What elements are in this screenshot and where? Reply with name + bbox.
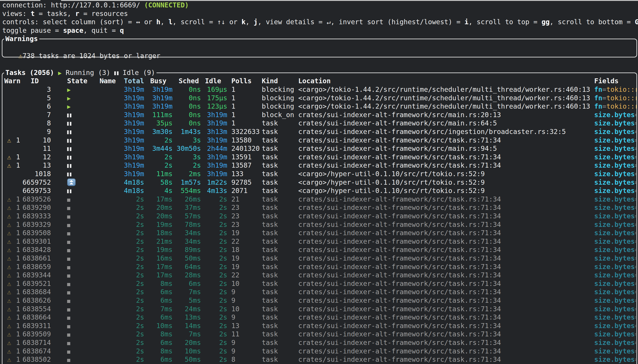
field-equals: = <box>635 111 637 119</box>
task-id: 6838664 <box>22 313 51 322</box>
task-row[interactable]: 66597534m18s4s554ms4m13s2071task<cargo>/… <box>2 186 637 195</box>
column-header-idle[interactable]: Idle <box>205 77 221 85</box>
column-header-sched[interactable]: Sched <box>179 77 199 85</box>
task-row[interactable]: ⚠︎168386612s16ms50ms2s19taskcrates/sui-i… <box>2 254 637 262</box>
task-row[interactable]: ⚠︎168386592s17ms64ms2s19taskcrates/sui-i… <box>2 262 637 271</box>
kind-cell: task <box>262 296 278 305</box>
field-key: size.bytes <box>594 280 635 288</box>
polls-cell: 9 <box>231 313 235 322</box>
task-row[interactable]: 73h19m111ms0ns3h19m1block_oncrates/sui-i… <box>2 111 637 119</box>
task-row[interactable]: ⚠︎168385022s6ms50ms2s8taskcrates/sui-ind… <box>2 355 637 364</box>
field-equals: = <box>635 356 637 363</box>
idle-cell: 2s <box>203 212 227 220</box>
sched-cell: 37ms <box>177 203 201 212</box>
warn-count: 1 <box>16 254 20 262</box>
kind-cell: task <box>262 170 278 178</box>
column-header-state[interactable]: State <box>67 77 87 85</box>
field-key: size.bytes <box>594 246 635 254</box>
tasks-table-body: 3▶3h19m3h19m0ns169µs1blocking<cargo>/tok… <box>0 85 638 364</box>
idle-cell: 2s <box>203 288 227 296</box>
idle-cell: 169µs <box>203 85 227 94</box>
task-row[interactable]: ⚠︎168395262s17ms26ms2s21taskcrates/sui-i… <box>2 195 637 204</box>
busy-cell: 11ms <box>148 170 172 178</box>
kind-cell: blocking <box>262 102 294 111</box>
task-row[interactable]: ⚠︎168384282s19ms89ms2s18taskcrates/sui-i… <box>2 246 637 254</box>
idle-cell: 2s <box>203 271 227 280</box>
task-row[interactable]: ⚠︎168393112s10ms14ms2s13taskcrates/sui-i… <box>2 322 637 330</box>
column-header-id[interactable]: ID <box>30 77 38 85</box>
idle-cell: 2s <box>203 338 227 347</box>
task-row[interactable]: ⚠︎168393292s19ms78ms2s23taskcrates/sui-i… <box>2 220 637 229</box>
task-row[interactable]: ⚠︎168386842s6ms7ms2s9taskcrates/sui-inde… <box>2 288 637 296</box>
field-key: size.bytes <box>594 220 635 228</box>
kind-cell: task <box>262 144 278 153</box>
task-row[interactable]: ⚠︎168393442s17ms28ms2s22taskcrates/sui-i… <box>2 271 637 280</box>
idle-cell: 2s <box>203 280 227 288</box>
sched-cell: 50ms <box>177 355 201 364</box>
polls-cell: 3322633 <box>231 128 260 136</box>
column-header-polls[interactable]: Polls <box>231 77 252 85</box>
field-value: tokio::r <box>606 94 637 102</box>
kind-cell: task <box>262 246 278 254</box>
column-header-location[interactable]: Location <box>298 77 331 85</box>
task-row[interactable]: ⚠︎168386262s6ms5ms2s9taskcrates/sui-inde… <box>2 296 637 305</box>
task-row[interactable]: ⚠︎1123h19m2s3s3h19m13591taskcrates/sui-i… <box>2 153 637 161</box>
task-row[interactable]: 5▶3h19m3h19m0ns175µs1blocking<cargo>/tok… <box>2 94 637 102</box>
task-row[interactable]: 10183h19m11ms2ms3h19m133task<cargo>/hype… <box>2 170 637 178</box>
polls-cell: 9 <box>231 296 235 305</box>
field-equals: = <box>635 229 637 237</box>
task-row[interactable]: ⚠︎168395212s8ms6ms2s10taskcrates/sui-ind… <box>2 280 637 288</box>
column-header-fields[interactable]: Fields <box>594 77 618 85</box>
task-row[interactable]: ⚠︎168387142s6ms20ms2s9taskcrates/sui-ind… <box>2 338 637 347</box>
task-row[interactable]: ⚠︎168392902s20ms37ms2s23taskcrates/sui-i… <box>2 203 637 212</box>
location-cell: crates/sui-indexer-alt-framework/src/mai… <box>298 144 497 153</box>
task-id: 11 <box>22 144 51 153</box>
fields-cell: size.bytes= <box>594 212 637 220</box>
warn-cell: ⚠︎ <box>7 220 11 229</box>
task-row[interactable]: ⚠︎168386742s8ms10ms2s9taskcrates/sui-ind… <box>2 347 637 356</box>
warn-count: 1 <box>16 355 20 364</box>
total-cell: 3h19m <box>120 144 144 153</box>
task-row[interactable]: 6▶3h19m3h19m0ns123µs1blocking<cargo>/tok… <box>2 102 637 111</box>
task-row[interactable]: ⚠︎168395092s8ms7ms2s11taskcrates/sui-ind… <box>2 330 637 338</box>
kind-cell: task <box>262 254 278 262</box>
kind-cell: task <box>262 288 278 296</box>
state-cell <box>67 111 72 119</box>
task-row[interactable]: 113h19m3m44s30m50s2h44m2401320taskcrates… <box>2 144 637 153</box>
busy-cell: 2s <box>148 161 172 170</box>
location-cell: crates/sui-indexer-alt-framework/src/tas… <box>298 254 501 262</box>
idle-cell: 2s <box>203 220 227 229</box>
kind-cell: task <box>262 153 278 161</box>
column-header-busy[interactable]: Busy <box>150 77 166 85</box>
busy-cell: 3m44s <box>148 144 172 153</box>
task-row[interactable]: ⚠︎168395082s18ms34ms2s19taskcrates/sui-i… <box>2 229 637 237</box>
task-row[interactable]: 66597524m18s58s1m57s1m22s92785task<cargo… <box>2 178 637 187</box>
sort-indicator-icon: ▾ <box>102 77 105 85</box>
column-header-warn[interactable]: Warn <box>4 77 20 85</box>
task-row[interactable]: ⚠︎168393332s20ms57ms2s23taskcrates/sui-i… <box>2 212 637 220</box>
field-key: size.bytes <box>594 204 635 212</box>
task-row[interactable]: ⚠︎1133h19m2s2s3h19m13587taskcrates/sui-i… <box>2 161 637 170</box>
column-header-total[interactable]: Total <box>120 77 144 85</box>
task-row[interactable]: 83h19m35µs0ns3h19m1taskcrates/sui-indexe… <box>2 119 637 128</box>
location-cell: crates/sui-indexer-alt-framework/src/tas… <box>298 229 501 237</box>
task-row[interactable]: ⚠︎168393012s21ms34ms2s22taskcrates/sui-i… <box>2 237 637 246</box>
total-cell: 3h19m <box>120 85 144 94</box>
task-row[interactable]: 3▶3h19m3h19m0ns169µs1blocking<cargo>/tok… <box>2 85 637 94</box>
tasks-panel-title: Tasks (2056) ▶ Running (3) Idle (9) <box>4 68 156 77</box>
fields-cell: size.bytes= <box>594 161 637 170</box>
sched-cell: 3s <box>177 153 201 161</box>
task-row[interactable]: ⚠︎168385542s7ms24ms2s10taskcrates/sui-in… <box>2 305 637 313</box>
task-row[interactable]: ⚠︎168386642s6ms13ms2s9taskcrates/sui-ind… <box>2 313 637 322</box>
field-equals: = <box>602 86 606 93</box>
task-row[interactable]: ⚠︎1103h19m2s3s3h19m13580taskcrates/sui-i… <box>2 136 637 144</box>
task-row[interactable]: 93h19m3m30s1m43s3h13m3322633taskcrates/s… <box>2 128 637 136</box>
busy-cell: 17ms <box>148 271 172 280</box>
field-value: tokio::r <box>606 102 637 110</box>
fields-cell: size.bytes= <box>594 355 637 364</box>
completed-icon <box>67 283 70 286</box>
total-cell: 2s <box>120 338 144 347</box>
column-header-kind[interactable]: Kind <box>262 77 278 85</box>
idle-cell: 2s <box>203 296 227 305</box>
total-cell: 3h19m <box>120 153 144 161</box>
